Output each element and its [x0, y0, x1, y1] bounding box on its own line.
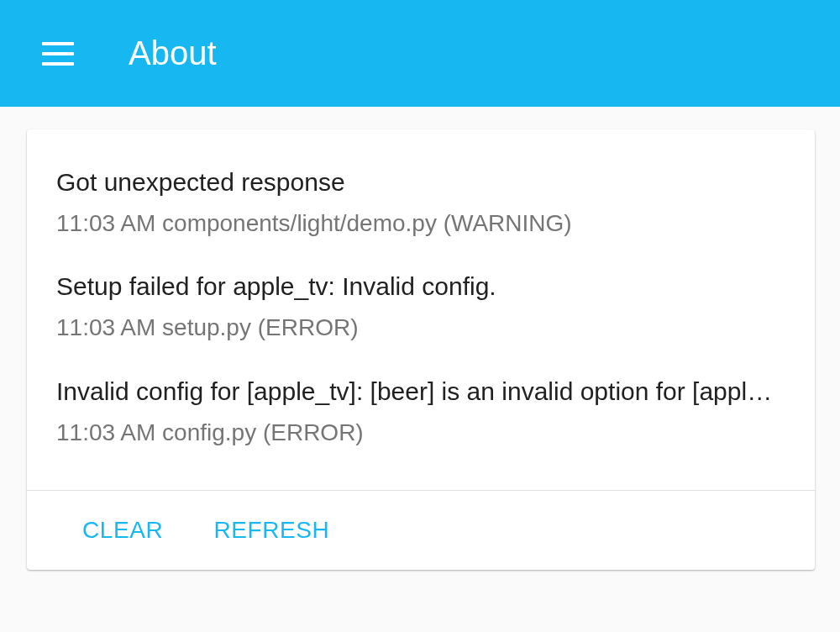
log-card: Got unexpected response 11:03 AM compone… [27, 129, 815, 570]
log-item[interactable]: Got unexpected response 11:03 AM compone… [56, 165, 785, 254]
log-message: Got unexpected response [56, 165, 785, 200]
refresh-button[interactable]: REFRESH [213, 508, 329, 552]
log-item[interactable]: Setup failed for apple_tv: Invalid confi… [56, 254, 785, 358]
page-title: About [129, 34, 217, 72]
log-detail: 11:03 AM config.py (ERROR) [56, 418, 785, 448]
content-area: Got unexpected response 11:03 AM compone… [0, 107, 840, 570]
card-actions: CLEAR REFRESH [27, 490, 815, 570]
hamburger-menu-icon[interactable] [42, 42, 74, 66]
log-list: Got unexpected response 11:03 AM compone… [27, 129, 815, 490]
log-message: Invalid config for [apple_tv]: [beer] is… [56, 374, 785, 409]
log-detail: 11:03 AM components/light/demo.py (WARNI… [56, 208, 785, 239]
app-toolbar: About [0, 0, 840, 107]
log-detail: 11:03 AM setup.py (ERROR) [56, 313, 785, 343]
log-message: Setup failed for apple_tv: Invalid confi… [56, 269, 785, 304]
log-item[interactable]: Invalid config for [apple_tv]: [beer] is… [56, 359, 785, 463]
clear-button[interactable]: CLEAR [82, 508, 163, 552]
